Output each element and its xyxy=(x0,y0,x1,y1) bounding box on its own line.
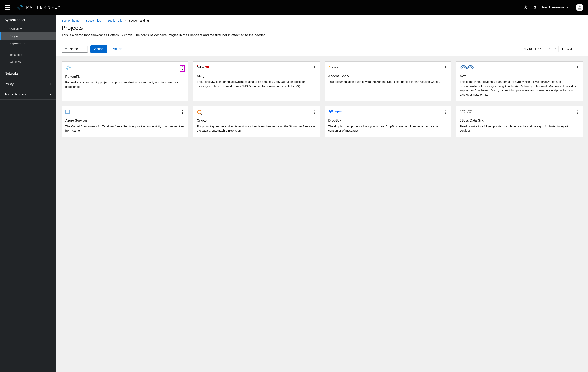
avatar-icon xyxy=(577,5,582,10)
card-header xyxy=(460,65,579,71)
kebab-icon xyxy=(577,66,578,69)
breadcrumb-current: Section landing xyxy=(129,19,149,22)
svg-point-23 xyxy=(314,112,315,113)
breadcrumb-separator-icon xyxy=(103,19,105,22)
svg-point-3 xyxy=(578,6,580,8)
pagination-total: 37 xyxy=(537,47,541,51)
sidebar-item-overview[interactable]: Overview xyxy=(0,25,56,32)
card-kebab-button[interactable] xyxy=(575,65,579,71)
breadcrumb-link[interactable]: Section home xyxy=(62,19,80,22)
nav-section-label: Authentication xyxy=(5,92,26,96)
card-kebab-button[interactable] xyxy=(312,110,316,115)
pagination-prev-button[interactable] xyxy=(553,46,558,52)
avatar[interactable] xyxy=(576,4,583,11)
brand-text: PATTERNFLY xyxy=(26,5,61,10)
card-body: This component provides a dataformat for… xyxy=(460,80,579,97)
nav-section-header-policy[interactable]: Policy xyxy=(0,79,56,89)
card-header xyxy=(65,65,185,72)
card[interactable]: AMQ The ActiveMQ component allows messag… xyxy=(193,61,320,101)
nav-item-label: Instances xyxy=(10,53,22,56)
sidebar-item-hypervisors[interactable]: Hypervisors xyxy=(0,40,56,47)
card-title: PatternFly xyxy=(65,75,185,79)
caret-down-icon xyxy=(542,48,544,50)
svg-point-6 xyxy=(130,50,130,51)
pagination-next-button[interactable] xyxy=(573,46,578,52)
card-title: Avro xyxy=(460,74,579,78)
pagination-last-button[interactable] xyxy=(578,46,583,52)
pagination-first-button[interactable] xyxy=(547,46,552,52)
card-body: The ActiveMQ component allows messages t… xyxy=(197,80,316,88)
nav-section-label: System panel xyxy=(5,18,25,22)
card-header xyxy=(460,110,579,116)
pagination-page-input[interactable] xyxy=(558,46,566,52)
svg-point-17 xyxy=(577,67,578,68)
card-body: This documentation page covers the Apach… xyxy=(328,80,448,84)
card-body: Read or write to a fully-supported distr… xyxy=(460,124,579,133)
svg-point-28 xyxy=(577,110,578,111)
nav-section-header-system-panel[interactable]: System panel xyxy=(0,15,56,25)
card[interactable]: Crypto For providing flexible endpoints … xyxy=(193,106,320,137)
svg-point-29 xyxy=(577,112,578,113)
nav-section-header-authentication[interactable]: Authentication xyxy=(0,89,56,99)
help-icon[interactable] xyxy=(523,5,528,10)
breadcrumb: Section home Section title Section title… xyxy=(62,19,583,22)
nav-toggle-button[interactable] xyxy=(5,5,10,10)
card-kebab-button[interactable] xyxy=(181,110,185,115)
card-kebab-button[interactable] xyxy=(444,65,448,71)
card[interactable]: PatternFly PatternFly is a community pro… xyxy=(62,61,188,101)
card-body: The Camel Components for Windows Azure S… xyxy=(65,124,185,133)
breadcrumb-link[interactable]: Section title xyxy=(86,19,101,22)
action-primary-button[interactable]: Action xyxy=(90,45,107,53)
chevron-right-icon xyxy=(49,83,52,85)
card-logo-icon xyxy=(197,110,203,115)
nav-divider xyxy=(10,49,47,49)
card-logo-icon xyxy=(460,110,475,114)
card-body: For providing flexible endpoints to sign… xyxy=(197,124,316,133)
svg-point-25 xyxy=(445,110,446,111)
filter-label: Name xyxy=(70,47,78,51)
nav-section-authentication: Authentication xyxy=(0,89,56,100)
svg-point-15 xyxy=(445,69,446,69)
angle-right-icon xyxy=(574,48,576,50)
card[interactable]: Apache Spark This documentation page cov… xyxy=(325,61,452,101)
card-title: AMQ xyxy=(197,74,316,78)
nav-section-networks: Networks xyxy=(0,68,56,79)
card-kebab-button[interactable] xyxy=(180,65,185,72)
masthead-tools: Ned Username xyxy=(523,4,583,11)
nav-section-system-panel: System panel Overview Projects Hyperviso… xyxy=(0,15,56,68)
user-dropdown[interactable]: Ned Username xyxy=(542,5,569,10)
angle-double-left-icon xyxy=(549,48,551,50)
gear-icon[interactable] xyxy=(533,5,537,10)
action-secondary-button[interactable]: Action xyxy=(110,45,125,53)
card-kebab-button[interactable] xyxy=(312,65,316,71)
filter-attribute-dropdown[interactable]: Name xyxy=(62,45,88,53)
kebab-icon xyxy=(577,110,578,114)
sidebar-item-volumes[interactable]: Volumes xyxy=(0,58,56,66)
pagination-nav: of 4 xyxy=(547,46,583,52)
card-kebab-button[interactable] xyxy=(444,110,448,115)
card[interactable]: Avro This component provides a dataforma… xyxy=(456,61,583,101)
toolbar-pagination: 1 - 10 of 37 of 4 xyxy=(525,46,583,52)
nav-section-policy: Policy xyxy=(0,79,56,89)
card-header xyxy=(197,65,316,71)
card-header xyxy=(197,110,316,116)
card-title: Apache Spark xyxy=(328,74,448,78)
card-kebab-button[interactable] xyxy=(575,110,579,115)
brand[interactable]: PATTERNFLY xyxy=(17,4,61,11)
card[interactable]: Azure Services The Camel Components for … xyxy=(62,106,188,137)
card[interactable]: JBoss Data Grid Read or write to a fully… xyxy=(456,106,583,137)
sidebar-item-projects[interactable]: Projects xyxy=(0,32,56,40)
card[interactable]: DropBox The dropbox component allows you… xyxy=(325,106,452,137)
pagination-options-menu[interactable]: 1 - 10 of 37 xyxy=(525,47,545,51)
svg-point-11 xyxy=(314,67,315,68)
card-header xyxy=(328,110,448,116)
svg-point-13 xyxy=(445,66,446,67)
sidebar-item-instances[interactable]: Instances xyxy=(0,51,56,58)
nav-section-header-networks[interactable]: Networks xyxy=(0,68,56,79)
svg-point-10 xyxy=(314,66,315,67)
card-logo-icon xyxy=(328,65,340,69)
toolbar-kebab-button[interactable] xyxy=(128,46,132,52)
svg-point-22 xyxy=(314,110,315,111)
svg-point-19 xyxy=(182,110,183,111)
breadcrumb-link[interactable]: Section title xyxy=(107,19,123,22)
